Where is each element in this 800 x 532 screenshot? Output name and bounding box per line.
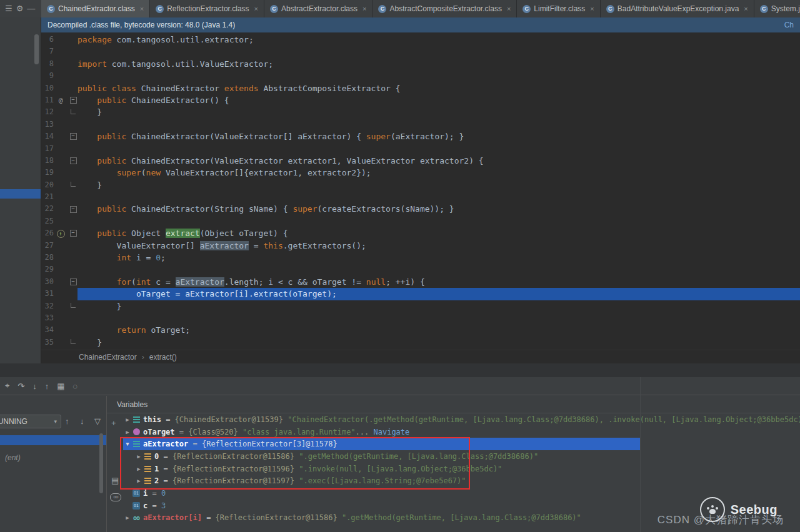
fold-end-icon[interactable] [71,182,76,187]
show-execution-point-icon[interactable]: ⌖ [5,381,9,391]
step-out-icon[interactable]: ↑ [45,382,49,391]
evaluate-icon[interactable]: oo [110,493,121,501]
next-occurrence-icon[interactable]: ↓ [80,416,84,426]
code-line[interactable]: 33 [41,312,800,324]
variable-row[interactable]: 01c = 3 [123,500,800,512]
code-text[interactable]: } [78,179,800,191]
navigate-link[interactable]: Navigate [374,428,410,436]
code-text[interactable]: public ChainedExtractor() { [78,94,800,106]
code-text[interactable]: super(new ValueExtractor[]{extractor1, e… [78,167,800,179]
copy-icon[interactable]: ▤ [111,476,119,485]
step-over-icon[interactable]: ↷ [18,382,24,391]
expander-icon[interactable]: ▶ [134,478,143,484]
code-line[interactable]: 25 [41,215,800,227]
tab-abstractextractor-class[interactable]: CAbstractExtractor.class× [264,0,372,17]
code-text[interactable]: return oTarget; [78,324,800,336]
code-text[interactable]: int i = 0; [78,252,800,264]
code-text[interactable]: public ChainedExtractor(ValueExtractor e… [78,155,800,167]
previous-occurrence-icon[interactable]: ↑ [65,416,69,426]
code-text[interactable]: } [78,106,800,118]
menu-icon[interactable]: ☰ [5,0,12,17]
fold-collapse-icon[interactable]: − [70,206,77,213]
tab-system-java[interactable]: CSystem.java× [754,0,800,17]
variable-row[interactable]: 01i = 0 [123,487,800,500]
code-line[interactable]: 27 ValueExtractor[] aExtractor = this.ge… [41,240,800,252]
close-icon[interactable]: × [362,5,366,12]
expander-icon[interactable]: ▶ [134,453,143,460]
code-line[interactable]: 9 [41,70,800,82]
code-text[interactable]: import com.tangosol.util.ValueExtractor; [78,58,800,70]
tab-badattributevalueexpexception-java[interactable]: CBadAttributeValueExpException.java× [601,0,754,17]
code-line[interactable]: 19 super(new ValueExtractor[]{extractor1… [41,167,800,179]
code-line[interactable]: 18− public ChainedExtractor(ValueExtract… [41,155,800,167]
frame-selection-bar[interactable] [0,435,106,445]
code-text[interactable] [78,143,800,155]
fold-collapse-icon[interactable]: − [70,97,77,104]
code-line[interactable]: 32 } [41,300,800,312]
variable-row[interactable]: ▶0 = {ReflectionExtractor@11586} ".getMe… [123,450,800,463]
code-line[interactable]: 28 int i = 0; [41,252,800,264]
fold-end-icon[interactable] [71,303,76,308]
code-text[interactable] [78,215,800,227]
code-line[interactable]: 31 oTarget = aExtractor[i].extract(oTarg… [41,288,800,300]
breadcrumb-item[interactable]: ChainedExtractor [79,353,137,362]
override-method-icon[interactable]: ↑ [57,230,65,238]
code-line[interactable]: 35 } [41,337,800,348]
expander-icon[interactable]: ▶ [123,515,132,521]
code-line[interactable]: 13 [41,119,800,131]
code-line[interactable]: 6package com.tangosol.util.extractor; [41,34,800,46]
code-text[interactable] [78,191,800,203]
code-text[interactable]: package com.tangosol.util.extractor; [78,34,800,46]
variable-row[interactable]: ▶this = {ChainedExtractor@11539} "Chaine… [123,413,800,426]
panel-splitter[interactable] [0,363,800,377]
scrollbar[interactable] [99,433,103,493]
tab-variables[interactable]: Variables [107,396,800,413]
add-watch-icon[interactable]: + [111,418,116,428]
code-line[interactable]: 14− public ChainedExtractor(ValueExtract… [41,131,800,142]
code-text[interactable]: } [78,300,800,312]
fold-collapse-icon[interactable]: − [70,230,77,237]
minimize-icon[interactable]: — [27,0,35,17]
code-line[interactable]: 26↑− public Object extract(Object oTarge… [41,227,800,239]
fold-collapse-icon[interactable]: − [70,278,77,285]
scrollbar[interactable] [34,34,39,64]
tab-chainedextractor-class[interactable]: CChainedExtractor.class× [41,0,150,17]
code-line[interactable]: 21 [41,191,800,203]
code-line[interactable]: 7 [41,46,800,57]
close-icon[interactable]: × [254,5,258,12]
mute-breakpoints-icon[interactable]: ◌ [73,382,78,391]
code-line[interactable]: 22− public ChainedExtractor(String sName… [41,203,800,215]
code-text[interactable]: public Object extract(Object oTarget) { [78,227,800,239]
close-icon[interactable]: × [744,5,748,12]
code-line[interactable]: 8import com.tangosol.util.ValueExtractor… [41,58,800,70]
project-panel-sliver[interactable] [0,17,41,363]
tab-limitfilter-class[interactable]: CLimitFilter.class× [517,0,600,17]
close-icon[interactable]: × [507,5,511,12]
code-text[interactable]: public ChainedExtractor(String sName) { … [78,203,800,215]
banner-link[interactable]: Ch [784,21,794,29]
code-text[interactable] [78,312,800,324]
tab-abstractcompositeextractor-class[interactable]: CAbstractCompositeExtractor.class× [372,0,517,17]
session-combo[interactable]: ': RUNNING ▾ [0,415,61,428]
code-text[interactable] [78,46,800,57]
code-text[interactable]: } [78,337,800,348]
filter-icon[interactable]: ▽ [94,416,101,426]
fold-end-icon[interactable] [71,339,76,344]
fold-collapse-icon[interactable]: − [70,133,77,140]
close-icon[interactable]: × [590,5,594,12]
project-selection-bar[interactable] [0,189,41,199]
fold-collapse-icon[interactable]: − [70,157,77,164]
code-text[interactable]: ValueExtractor[] aExtractor = this.getEx… [78,240,800,252]
tab-reflectionextractor-class[interactable]: CReflectionExtractor.class× [150,0,264,17]
step-into-icon[interactable]: ↓ [32,382,37,391]
code-text[interactable] [78,119,800,131]
code-editor[interactable]: 6package com.tangosol.util.extractor;78i… [41,32,800,350]
settings-gear-icon[interactable]: ⚙ [16,0,24,17]
code-text[interactable]: public class ChainedExtractor extends Ab… [78,82,800,94]
breadcrumb-item[interactable]: extract() [149,353,177,362]
code-line[interactable]: 12 } [41,106,800,118]
code-text[interactable]: oTarget = aExtractor[i].extract(oTarget)… [78,288,800,300]
code-line[interactable]: 10public class ChainedExtractor extends … [41,82,800,94]
variable-row[interactable]: ▼aExtractor = {ReflectionExtractor[3]@11… [123,438,800,450]
expander-icon[interactable]: ▼ [123,441,132,447]
